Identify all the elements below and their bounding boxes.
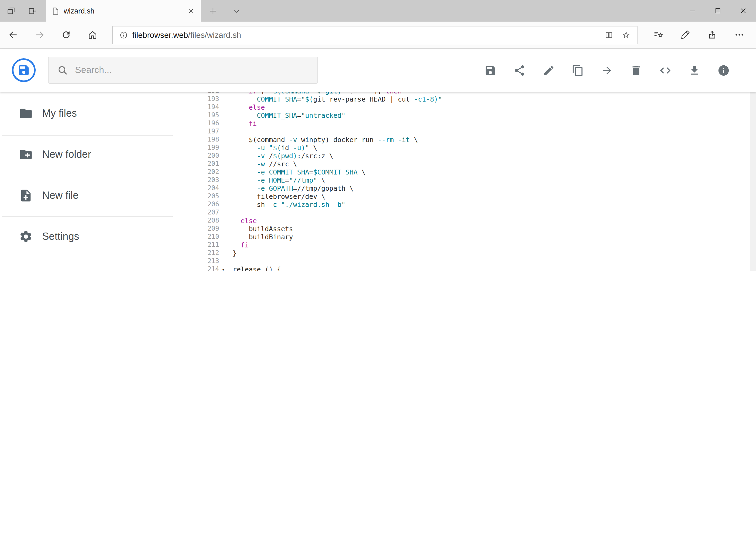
tab-close-button[interactable] [187,6,195,15]
navbar-right-buttons [645,22,753,48]
sidebar-item-new-folder[interactable]: New folder [0,134,178,175]
share-button[interactable] [699,22,726,48]
fold-gutter [219,119,227,128]
close-icon [739,6,748,15]
fold-arrow-icon[interactable]: ▾ [219,265,227,270]
fold-gutter [219,176,227,184]
favorites-hub-icon [653,30,663,40]
window-controls [680,0,756,22]
save-disk-logo-icon [17,64,30,77]
code-text: else [227,217,750,225]
set-tabs-aside-button[interactable] [22,0,43,22]
fold-gutter [219,257,227,265]
code-line[interactable]: 207 [178,209,750,217]
code-line[interactable]: 208 else [178,217,750,225]
fold-gutter [219,201,227,209]
info-button[interactable] [717,64,730,77]
line-number: 210 [178,233,219,241]
minimize-button[interactable] [680,0,705,22]
sidebar-item-my-files[interactable]: My files [0,93,178,134]
forward-button[interactable] [26,22,53,48]
pencil-icon [542,64,555,76]
code-line[interactable]: 196 fi [178,119,750,128]
sidebar-item-label: New folder [42,149,91,161]
maximize-button[interactable] [705,0,731,22]
code-line[interactable]: 213 [178,257,750,265]
new-tab-button[interactable] [201,0,225,22]
code-line[interactable]: 197 [178,128,750,136]
line-number: 196 [178,119,219,128]
rename-button[interactable] [542,64,555,77]
home-button[interactable] [79,22,106,48]
fold-gutter [219,92,227,95]
sidebar-item-new-file[interactable]: New file [0,175,178,216]
code-line[interactable]: 199 -u "$(id -u)" \ [178,144,750,152]
code-editor[interactable]: 192 if [ "$(command -v git)" != "" ]; th… [178,92,750,270]
code-line[interactable]: 212} [178,249,750,257]
code-line[interactable]: 192 if [ "$(command -v git)" != "" ]; th… [178,92,750,95]
line-number: 213 [178,257,219,265]
tab-list-chevron-button[interactable] [225,0,248,22]
fold-gutter [219,168,227,176]
code-text: fi [227,119,750,128]
code-view-button[interactable] [658,64,671,77]
app-logo[interactable] [12,58,36,82]
line-number: 194 [178,103,219,111]
code-line[interactable]: 210 buildBinary [178,233,750,241]
tab-preview-button[interactable] [0,0,22,22]
sidebar-item-settings[interactable]: Settings [0,216,178,257]
sidebar-item-label: Settings [42,231,79,243]
code-line[interactable]: 194 else [178,103,750,111]
reading-view-button[interactable] [600,31,617,39]
fold-gutter [219,128,227,136]
tab-preview-icon [6,6,15,15]
download-button[interactable] [688,64,701,77]
delete-button[interactable] [630,64,642,77]
favorite-star-button[interactable] [617,31,634,39]
close-button[interactable] [731,0,756,22]
code-line[interactable]: 209 buildAssets [178,225,750,233]
share-file-button[interactable] [513,64,526,77]
web-note-button[interactable] [672,22,699,48]
line-number: 193 [178,95,219,103]
refresh-button[interactable] [53,22,79,48]
code-line[interactable]: 206 sh -c "./wizard.sh -b" [178,201,750,209]
line-number: 203 [178,176,219,184]
code-line[interactable]: 202 -e COMMIT_SHA=$COMMIT_SHA \ [178,168,750,176]
web-note-pen-icon [680,30,690,40]
move-file-button[interactable] [600,64,613,77]
code-line[interactable]: 214▾release () { [178,265,750,270]
site-info-icon[interactable] [115,31,132,39]
set-tabs-aside-icon [28,6,37,15]
copy-file-button[interactable] [571,64,584,77]
code-line[interactable]: 195 COMMIT_SHA="untracked" [178,111,750,119]
back-button[interactable] [0,22,26,48]
fold-gutter [219,209,227,217]
code-text: if [ "$(command -v git)" != "" ]; then [227,92,750,95]
save-button[interactable] [484,64,497,77]
line-number: 198 [178,136,219,144]
sidebar-item-label: New file [42,190,79,202]
favorites-hub-button[interactable] [645,22,672,48]
favorite-star-icon [622,31,630,39]
browser-tab[interactable]: wizard.sh [46,0,201,22]
code-line[interactable]: 211 fi [178,241,750,249]
fold-gutter [219,160,227,168]
url-bar[interactable]: filebrowser.web/files/wizard.sh [112,26,637,44]
page-icon [51,7,59,15]
search-input[interactable] [75,65,309,76]
code-line[interactable]: 203 -e HOME="//tmp" \ [178,176,750,184]
sidebar-item-logout[interactable]: Logout [0,257,178,270]
folder-icon [19,106,33,121]
code-line[interactable]: 201 -w //src \ [178,160,750,168]
code-line[interactable]: 205 filebrowser/dev \ [178,192,750,201]
code-text: COMMIT_SHA="$(git rev-parse HEAD | cut -… [227,95,750,103]
code-line[interactable]: 204 -e GOPATH=//tmp/gopath \ [178,184,750,192]
code-text: release () { [227,265,750,270]
code-line[interactable]: 193 COMMIT_SHA="$(git rev-parse HEAD | c… [178,95,750,103]
home-icon [88,30,98,40]
code-line[interactable]: 198 $(command -v winpty) docker run --rm… [178,136,750,144]
more-options-button[interactable] [726,22,753,48]
code-line[interactable]: 200 -v /$(pwd):/src:z \ [178,152,750,160]
new-file-icon [19,189,33,203]
